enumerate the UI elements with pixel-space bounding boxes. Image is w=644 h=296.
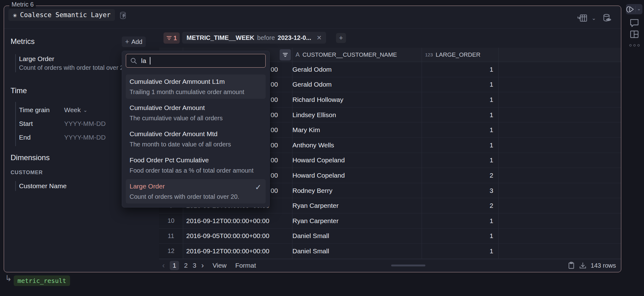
end-date-input[interactable]: YYYY-MM-DD — [64, 134, 106, 141]
dimension-group-label: CUSTOMER — [11, 169, 43, 176]
start-date-input[interactable]: YYYY-MM-DD — [64, 120, 106, 127]
row-count-label: 143 rows — [591, 262, 616, 269]
chevron-down-icon[interactable]: ⌄ — [592, 15, 596, 21]
filler-header — [499, 48, 621, 62]
return-arrow-icon: ↳ — [5, 274, 12, 283]
source-chip-label: Coalesce Semantic Layer — [20, 11, 111, 19]
header-divider — [4, 28, 621, 29]
time-section-title: Time — [11, 86, 27, 95]
dropdown-item[interactable]: Cumulative Order Amount The cumulative v… — [126, 101, 266, 125]
view-button[interactable]: View — [212, 262, 226, 269]
metric-search-dropdown: la Cumulative Order Ammount L1m Trailing… — [122, 51, 270, 208]
time-grain-row: Time grain Week ⌄ — [19, 103, 134, 117]
coalesce-logo-icon: ✳ — [13, 11, 17, 19]
page-1-button[interactable]: 1 — [170, 261, 179, 270]
table-row[interactable]: 112016-09-05T00:00:00+00:00Daniel Small1 — [159, 229, 621, 244]
metrics-section-title: Metrics — [11, 37, 35, 46]
table-footer-bar: ‹ 1 2 3 › View Format 143 rows — [159, 259, 621, 272]
chevron-down-icon: ⌄ — [83, 107, 87, 113]
search-icon — [130, 57, 137, 64]
end-label: End — [19, 134, 64, 141]
run-cell-button[interactable]: ⌄ — [626, 4, 642, 14]
plus-icon: + — [125, 38, 129, 46]
download-icon[interactable] — [579, 262, 587, 270]
database-lightning-icon — [119, 11, 128, 20]
result-variable-chip[interactable]: metric_result — [14, 275, 70, 286]
text-cursor — [150, 57, 150, 64]
comment-icon[interactable] — [629, 18, 639, 27]
customer-name-header[interactable]: A CUSTOMER__CUSTOMER_NAME — [292, 48, 422, 62]
filter-operator: before — [257, 34, 275, 41]
horizontal-scrollbar[interactable] — [391, 265, 425, 266]
page-2-button[interactable]: 2 — [184, 262, 188, 269]
check-icon: ✓ — [255, 183, 261, 192]
dropdown-item[interactable]: Cumulative Order Ammount L1m Trailing 1 … — [126, 74, 266, 99]
remove-filter-icon[interactable]: ✕ — [316, 34, 322, 41]
filter-count-chip[interactable]: 1 — [163, 32, 180, 44]
format-button[interactable]: Format — [235, 262, 256, 269]
add-filter-button[interactable]: + — [336, 33, 346, 43]
table-row[interactable]: 122016-09-12T00:00:00+00:00Daniel Small1 — [159, 244, 621, 259]
source-chip[interactable]: ✳ Coalesce Semantic Layer — [8, 9, 115, 21]
dropdown-item[interactable]: Cumulative Order Amount Mtd The month to… — [126, 127, 266, 151]
page-3-button[interactable]: 3 — [193, 262, 197, 269]
cell-title: Metric 6 — [9, 1, 36, 8]
start-label: Start — [19, 120, 64, 127]
filter-field: METRIC_TIME__WEEK — [187, 34, 254, 41]
add-to-table-icon[interactable] — [577, 14, 588, 22]
filter-count: 1 — [173, 35, 177, 42]
column-filter-icon[interactable] — [280, 49, 291, 60]
end-date-row: End YYYY-MM-DD — [19, 131, 134, 144]
dropdown-item-selected[interactable]: Large Order Count of orders with order t… — [126, 179, 266, 203]
dropdown-item[interactable]: Food Order Pct Cumulative Food order tot… — [126, 153, 266, 177]
layout-icon[interactable] — [629, 30, 639, 39]
dimensions-section-title: Dimensions — [11, 153, 50, 162]
chevron-down-icon[interactable]: ⌄ — [636, 6, 642, 13]
time-grain-select[interactable]: Week ⌄ — [64, 106, 88, 114]
time-settings: Time grain Week ⌄ Start YYYY-MM-DD End Y… — [15, 102, 134, 146]
filter-pill[interactable]: METRIC_TIME__WEEK before 2023-12-0... ✕ — [182, 32, 326, 44]
cell-toolbar-rail: ⌄ — [624, 0, 644, 296]
search-query-text: la — [141, 57, 146, 64]
notebook-cell: ✳ Coalesce Semantic Layer ⌄ Metri — [4, 6, 621, 272]
prev-page-button[interactable]: ‹ — [162, 261, 165, 270]
database-preview-icon[interactable] — [602, 13, 612, 23]
time-grain-label: Time grain — [19, 106, 64, 114]
next-page-button[interactable]: › — [201, 261, 204, 270]
metric-options-list: Cumulative Order Ammount L1m Trailing 1 … — [126, 74, 266, 203]
dimension-item-customer-name[interactable]: Customer Name — [15, 181, 67, 191]
filter-value: 2023-12-0... — [278, 34, 311, 41]
table-row[interactable]: 102016-09-12T00:00:00+00:00Ryan Carpente… — [159, 213, 621, 229]
text-type-icon: A — [296, 51, 300, 58]
start-date-row: Start YYYY-MM-DD — [19, 117, 134, 131]
copy-icon[interactable] — [567, 261, 575, 270]
more-options-icon[interactable] — [629, 44, 640, 46]
metric-search-input[interactable]: la — [126, 54, 266, 68]
number-type-icon: 123 — [425, 52, 433, 57]
add-metric-button[interactable]: + Add — [122, 36, 146, 47]
large-order-header[interactable]: 123 LARGE_ORDER — [422, 48, 499, 62]
